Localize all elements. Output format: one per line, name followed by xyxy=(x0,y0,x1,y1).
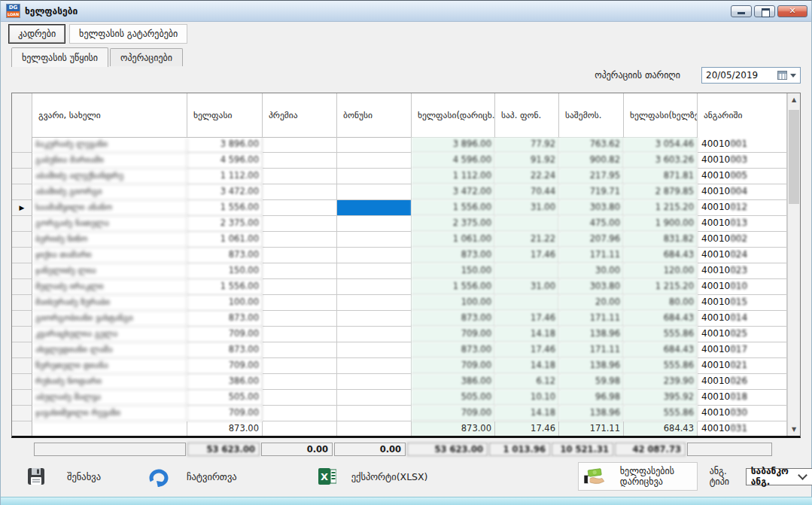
cell-name[interactable]: ჯავახიშვილი რევაზი xyxy=(32,406,187,421)
export-xlsx-button[interactable]: X ექსპორტი(XLSX) xyxy=(318,468,428,485)
cell-premia[interactable] xyxy=(263,406,337,421)
cell-premia[interactable] xyxy=(263,327,337,342)
cell-net[interactable]: 1 215.20 xyxy=(624,200,698,216)
cell-income[interactable]: 303.80 xyxy=(559,200,624,216)
row-selector-cell[interactable] xyxy=(12,295,32,311)
cell-premia[interactable] xyxy=(263,153,337,169)
table-row[interactable]: ახვლედიანი ლაშა 873.00 873.00 17.46 171.… xyxy=(12,342,787,358)
cell-name[interactable]: აბაშიძე ალექსანდრე xyxy=(32,169,187,184)
cell-name[interactable]: ბაკურაძე ლევანი xyxy=(32,137,187,153)
cell-pension[interactable]: 21.22 xyxy=(495,232,559,248)
column-header[interactable]: გვარი, სახელი xyxy=(32,93,187,137)
minimize-button[interactable] xyxy=(731,5,752,17)
cell-accrued[interactable]: 100.00 xyxy=(412,295,495,311)
cell-net[interactable]: 239.90 xyxy=(624,374,698,390)
cell-net[interactable]: 684.43 xyxy=(624,342,698,358)
cell-bonusi[interactable] xyxy=(337,169,412,184)
table-row[interactable]: რუხაძე ნოდარი 386.00 386.00 6.12 59.98 2… xyxy=(12,374,787,390)
row-selector-cell[interactable] xyxy=(12,374,32,390)
row-selector-cell[interactable] xyxy=(12,184,32,200)
cell-income[interactable]: 763.62 xyxy=(559,137,624,153)
cell-income[interactable]: 900.82 xyxy=(559,153,624,169)
cell-income[interactable]: 138.96 xyxy=(559,358,624,374)
cell-name[interactable]: აბულაძე შალვა xyxy=(32,390,187,406)
cell-salary[interactable]: 709.00 xyxy=(187,406,263,421)
cell-premia[interactable] xyxy=(263,342,337,358)
tab-operations[interactable]: ოპერაციები xyxy=(110,48,183,66)
cell-name[interactable]: ბერიძე ნინო xyxy=(32,232,187,248)
restore-button[interactable] xyxy=(754,5,775,17)
cell-income[interactable]: 171.11 xyxy=(559,248,624,263)
cell-net[interactable]: 1 900.00 xyxy=(624,216,698,232)
cell-income[interactable]: 217.95 xyxy=(559,169,624,184)
cell-pension[interactable]: 14.18 xyxy=(495,327,559,342)
cell-bonusi[interactable] xyxy=(337,390,412,406)
cell-accrued[interactable]: 505.00 xyxy=(412,390,495,406)
row-selector-cell[interactable] xyxy=(12,358,32,374)
cell-accrued[interactable]: 1 556.00 xyxy=(412,279,495,295)
cell-salary[interactable]: 873.00 xyxy=(187,342,263,358)
cell-net[interactable]: 1 215.20 xyxy=(624,279,698,295)
row-selector-cell[interactable] xyxy=(12,263,32,279)
column-header[interactable]: ხელფასი xyxy=(187,93,263,137)
cell-pension[interactable]: 14.18 xyxy=(495,406,559,421)
cell-salary[interactable]: 873.00 xyxy=(187,421,263,436)
row-selector-cell[interactable] xyxy=(12,248,32,263)
cell-income[interactable]: 59.98 xyxy=(559,374,624,390)
cell-salary[interactable]: 1 061.00 xyxy=(187,232,263,248)
cell-pension[interactable] xyxy=(495,216,559,232)
table-row[interactable]: 873.00 873.00 17.46 171.11 684.43 400100… xyxy=(12,421,787,436)
cell-premia[interactable] xyxy=(263,311,337,327)
cell-net[interactable]: 2 879.85 xyxy=(624,184,698,200)
row-selector-cell[interactable] xyxy=(12,342,32,358)
column-header[interactable]: ხელფასი(დარიცხ. xyxy=(412,93,495,137)
table-row[interactable]: გაბუნია მარიამი 4 596.00 4 596.00 91.92 … xyxy=(12,153,787,169)
cell-account[interactable]: 40010004 xyxy=(698,184,787,200)
cell-accrued[interactable]: 873.00 xyxy=(412,421,495,436)
cell-bonusi[interactable] xyxy=(337,279,412,295)
operation-date-picker[interactable]: 20/05/2019 xyxy=(701,67,801,84)
cell-bonusi[interactable] xyxy=(337,216,412,232)
scroll-down-icon[interactable]: ▼ xyxy=(788,423,800,436)
table-row[interactable]: აბაშიძე ალექსანდრე 1 112.00 1 112.00 22.… xyxy=(12,169,787,184)
row-selector-cell[interactable] xyxy=(12,137,32,153)
cell-bonusi[interactable] xyxy=(337,184,412,200)
cell-income[interactable]: 171.11 xyxy=(559,421,624,436)
row-selector-cell[interactable] xyxy=(12,153,32,169)
cell-accrued[interactable]: 2 375.00 xyxy=(412,216,495,232)
cell-income[interactable]: 303.80 xyxy=(559,279,624,295)
cell-income[interactable]: 171.11 xyxy=(559,342,624,358)
cell-name[interactable]: ჯიქია თამარი xyxy=(32,248,187,263)
cell-net[interactable]: 3 054.46 xyxy=(624,137,698,153)
cell-accrued[interactable]: 873.00 xyxy=(412,311,495,327)
cell-salary[interactable]: 3 472.00 xyxy=(187,184,263,200)
cell-net[interactable]: 684.43 xyxy=(624,421,698,436)
cell-income[interactable]: 96.98 xyxy=(559,390,624,406)
row-selector-cell[interactable] xyxy=(12,421,32,436)
cell-name[interactable]: წერეთელი დიანა xyxy=(32,358,187,374)
cell-bonusi[interactable] xyxy=(337,200,412,216)
cell-pension[interactable]: 22.24 xyxy=(495,169,559,184)
cell-salary[interactable]: 2 375.00 xyxy=(187,216,263,232)
cell-pension[interactable]: 31.00 xyxy=(495,279,559,295)
cell-name[interactable]: საამაშვილი ანანო xyxy=(32,200,187,216)
cell-premia[interactable] xyxy=(263,200,337,216)
cell-pension[interactable]: 6.12 xyxy=(495,374,559,390)
cell-pension[interactable]: 10.10 xyxy=(495,390,559,406)
personnel-button[interactable]: კადრები xyxy=(8,24,65,44)
cell-premia[interactable] xyxy=(263,358,337,374)
cell-name[interactable]: კვარაცხელია გელა xyxy=(32,327,187,342)
cell-premia[interactable] xyxy=(263,295,337,311)
close-button[interactable]: ✕ xyxy=(777,5,807,17)
cell-accrued[interactable]: 3 472.00 xyxy=(412,184,495,200)
save-button[interactable]: შენახვა xyxy=(26,467,101,486)
cell-salary[interactable]: 1 556.00 xyxy=(187,279,263,295)
cell-name[interactable]: გორგაძე ნათელა xyxy=(32,216,187,232)
cell-account[interactable]: 40010031 xyxy=(698,421,787,436)
cell-premia[interactable] xyxy=(263,232,337,248)
cell-income[interactable]: 719.71 xyxy=(559,184,624,200)
cell-bonusi[interactable] xyxy=(337,248,412,263)
cell-account[interactable]: 40010024 xyxy=(698,248,787,263)
table-row[interactable]: ჯანელიძე ლია 150.00 150.00 30.00 120.00 … xyxy=(12,263,787,279)
cell-income[interactable]: 207.96 xyxy=(559,232,624,248)
